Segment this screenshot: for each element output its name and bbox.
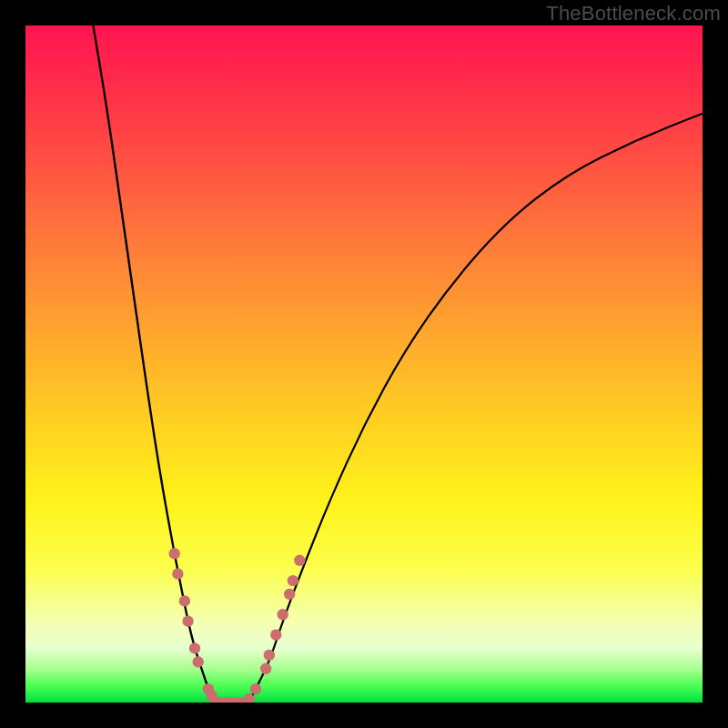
outer-frame: TheBottleneck.com [0,0,728,728]
bead [264,650,275,661]
bead [270,629,281,640]
plot-area [25,25,703,703]
bottleneck-curve [25,25,703,703]
beads-group [168,548,305,703]
bead [172,568,183,579]
bead [288,575,298,586]
bead [260,663,271,674]
watermark-text: TheBottleneck.com [546,2,721,25]
bead [189,642,200,653]
left-branch-path [93,25,215,703]
bead [284,589,295,600]
bead [179,595,190,606]
bead [294,555,305,566]
bead [168,548,179,559]
bead [278,609,288,620]
bead [193,656,204,667]
bead [182,616,193,627]
bead [250,683,261,694]
right-branch-path [249,114,703,703]
